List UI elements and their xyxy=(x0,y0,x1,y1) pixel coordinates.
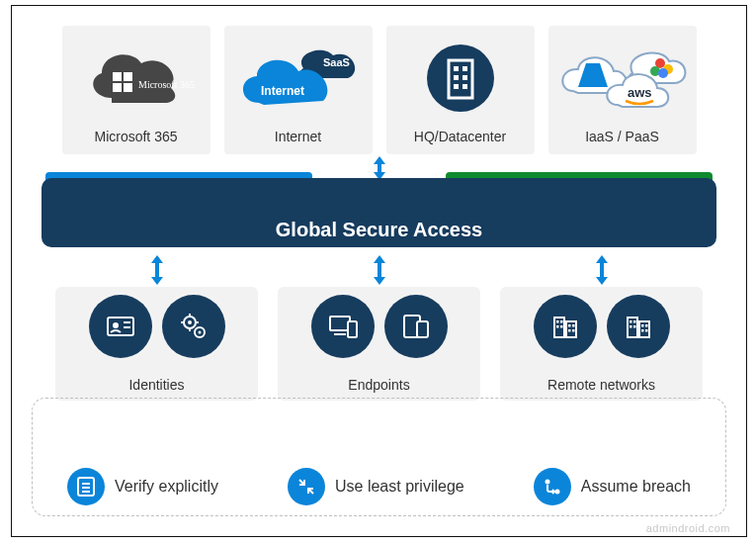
svg-point-14 xyxy=(658,68,668,78)
diagram-frame: Microsoft 365 Microsoft 365 SaaS Interne… xyxy=(11,5,747,537)
zt-label: Use least privilege xyxy=(335,478,464,496)
cloud-m365-icon: Microsoft 365 xyxy=(62,36,210,120)
svg-point-23 xyxy=(198,331,201,334)
global-secure-access-band: Global Secure Access xyxy=(42,178,716,247)
svg-rect-49 xyxy=(633,325,636,328)
svg-text:Microsoft 365: Microsoft 365 xyxy=(138,79,195,90)
card-label: HQ/Datacenter xyxy=(414,129,506,144)
zt-assume-breach: Assume breach xyxy=(534,468,691,505)
buildings-icon xyxy=(534,295,597,358)
bottom-row: Identities Endpoints xyxy=(12,287,746,401)
zt-label: Verify explicitly xyxy=(115,478,218,496)
zero-trust-box: Verify explicitly Use least privilege As… xyxy=(32,398,726,516)
svg-rect-51 xyxy=(645,324,648,327)
card-hq-datacenter: HQ/Datacenter xyxy=(386,26,535,154)
svg-rect-42 xyxy=(568,329,571,332)
svg-rect-8 xyxy=(462,75,467,80)
id-card-icon xyxy=(89,295,152,358)
svg-rect-10 xyxy=(462,84,467,89)
card-label: Endpoints xyxy=(348,377,409,393)
svg-point-58 xyxy=(545,480,549,485)
svg-rect-52 xyxy=(641,329,644,332)
building-circle-icon xyxy=(386,36,535,120)
checklist-icon xyxy=(67,468,105,505)
svg-rect-43 xyxy=(572,329,575,332)
multi-cloud-icon: aws xyxy=(548,36,697,120)
svg-rect-47 xyxy=(633,320,636,323)
svg-point-17 xyxy=(113,322,119,328)
monitor-phone-icon xyxy=(311,295,375,358)
svg-rect-39 xyxy=(560,325,563,328)
svg-rect-33 xyxy=(417,321,428,337)
svg-rect-31 xyxy=(348,321,357,337)
card-internet: SaaS Internet Internet xyxy=(224,26,373,154)
buildings-icon xyxy=(607,295,670,358)
svg-rect-6 xyxy=(462,66,467,71)
svg-text:aws: aws xyxy=(628,85,652,100)
breach-icon xyxy=(534,468,571,505)
cloud-internet-icon: SaaS Internet xyxy=(224,36,373,120)
card-label: Microsoft 365 xyxy=(94,129,177,144)
card-label: Identities xyxy=(128,377,184,393)
svg-rect-7 xyxy=(454,75,459,80)
phone-tablet-icon xyxy=(384,295,448,358)
mid-wrap: Microsoft Entra Internet Access Microsof… xyxy=(42,178,716,247)
card-microsoft-365: Microsoft 365 Microsoft 365 xyxy=(62,26,210,154)
card-label: IaaS / PaaS xyxy=(585,129,659,144)
svg-text:Internet: Internet xyxy=(261,84,304,98)
svg-rect-40 xyxy=(568,324,571,327)
band-title: Global Secure Access xyxy=(42,219,716,241)
zero-trust-row: Verify explicitly Use least privilege As… xyxy=(33,468,725,505)
zt-verify-explicitly: Verify explicitly xyxy=(67,468,218,505)
svg-rect-5 xyxy=(454,66,459,71)
card-endpoints: Endpoints xyxy=(278,287,480,401)
top-row: Microsoft 365 Microsoft 365 SaaS Interne… xyxy=(12,6,746,154)
svg-text:SaaS: SaaS xyxy=(323,56,350,68)
svg-rect-38 xyxy=(556,325,559,328)
zt-least-privilege: Use least privilege xyxy=(288,468,464,505)
card-label: Internet xyxy=(275,129,321,144)
svg-rect-36 xyxy=(556,320,559,323)
svg-rect-50 xyxy=(641,324,644,327)
watermark: admindroid.com xyxy=(646,522,730,534)
svg-point-3 xyxy=(427,45,494,112)
svg-rect-37 xyxy=(560,320,563,323)
minimize-icon xyxy=(288,468,325,505)
svg-rect-46 xyxy=(630,320,632,323)
card-identities: Identities xyxy=(55,287,258,401)
svg-rect-41 xyxy=(572,324,575,327)
arrow-up-down-icon xyxy=(592,253,612,287)
card-remote-networks: Remote networks xyxy=(500,287,703,401)
arrow-up-down-icon xyxy=(147,253,167,287)
svg-rect-48 xyxy=(630,325,632,328)
gears-icon xyxy=(162,295,225,358)
zt-label: Assume breach xyxy=(581,478,691,496)
svg-rect-53 xyxy=(645,329,648,332)
svg-point-21 xyxy=(188,320,192,324)
arrow-up-down-icon xyxy=(370,253,389,287)
card-iaas-paas: aws IaaS / PaaS xyxy=(548,26,697,154)
svg-rect-9 xyxy=(454,84,459,89)
card-label: Remote networks xyxy=(547,377,655,393)
